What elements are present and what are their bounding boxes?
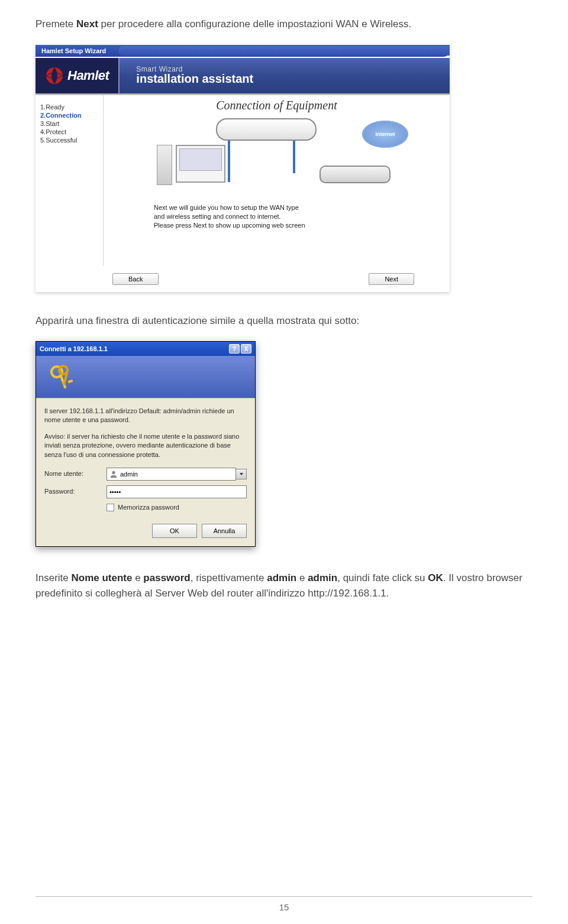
- router-icon: [216, 118, 317, 141]
- sidebar-step-2: 2.Connection: [40, 112, 98, 119]
- outro-bold: Nome utente: [71, 572, 132, 583]
- outro-text: , rispettivamente: [191, 572, 267, 583]
- cloud-label: Internet: [375, 131, 395, 137]
- username-combo[interactable]: [106, 468, 236, 481]
- wizard-instruction-line: and wireless setting and connect to inte…: [154, 212, 438, 221]
- wizard-sidebar: 1.Ready 2.Connection 3.Start 4.Protect 5…: [36, 95, 104, 266]
- wizard-logo-text: Hamlet: [67, 68, 109, 83]
- username-input[interactable]: [120, 471, 233, 478]
- cable-icon: [228, 180, 230, 182]
- wizard-header-banner: Hamlet Smart Wizard installation assista…: [36, 57, 450, 95]
- auth-banner: [36, 356, 255, 398]
- outro-bold: OK: [428, 572, 443, 583]
- globe-icon: [45, 66, 64, 85]
- mid-paragraph: Apparirà una finestra di autenticazione …: [36, 313, 532, 329]
- wizard-main-title: Connection of Equipment: [115, 99, 438, 112]
- password-label: Password:: [44, 487, 106, 496]
- intro-paragraph: Premete Next per procedere alla configur…: [36, 17, 532, 32]
- outro-text: e: [132, 572, 143, 583]
- monitor-icon: [176, 145, 225, 183]
- auth-warning-text: Avviso: il server ha richiesto che il no…: [44, 432, 247, 459]
- sidebar-step-3: 3.Start: [40, 120, 98, 127]
- password-input[interactable]: [109, 488, 244, 495]
- intro-post: per procedere alla configurazione delle …: [98, 18, 411, 30]
- ok-button[interactable]: OK: [152, 524, 197, 538]
- wizard-window-title: Hamlet Setup Wizard: [41, 47, 106, 54]
- intro-pre: Premete: [36, 18, 76, 30]
- password-field-wrap[interactable]: [106, 485, 247, 498]
- footer-divider: [36, 896, 532, 897]
- wizard-header-big: installation assistant: [136, 72, 253, 86]
- outro-paragraph: Inserite Nome utente e password, rispett…: [36, 570, 532, 601]
- username-label: Nome utente:: [44, 469, 106, 478]
- help-button[interactable]: ?: [229, 344, 240, 354]
- user-icon: [109, 470, 118, 478]
- internet-cloud-icon: Internet: [362, 121, 408, 148]
- close-button[interactable]: X: [241, 344, 251, 354]
- wizard-titlebar: Hamlet Setup Wizard: [36, 45, 450, 57]
- wizard-header-text: Smart Wizard installation assistant: [136, 65, 253, 86]
- wizard-window: Hamlet Setup Wizard Hamlet Smart Wizard …: [36, 45, 450, 292]
- wizard-main: Connection of Equipment Internet Next we…: [104, 95, 450, 266]
- cable-icon: [228, 141, 230, 182]
- outro-text: e: [296, 572, 308, 583]
- outro-text: Inserite: [36, 572, 71, 583]
- outro-bold: admin: [308, 572, 337, 583]
- cancel-button[interactable]: Annulla: [202, 524, 247, 538]
- cable-icon: [293, 141, 295, 173]
- username-dropdown-button[interactable]: [236, 469, 247, 479]
- chevron-down-icon: [239, 472, 244, 476]
- auth-body: Il server 192.168.1.1 all'indirizzo Defa…: [36, 398, 255, 518]
- auth-button-bar: OK Annulla: [36, 518, 255, 546]
- wizard-instruction-line: Next we will guide you how to setup the …: [154, 203, 438, 212]
- auth-server-info: Il server 192.168.1.1 all'indirizzo Defa…: [44, 407, 247, 425]
- svg-point-6: [112, 471, 115, 474]
- remember-label: Memorizza password: [118, 503, 179, 512]
- remember-checkbox[interactable]: [106, 504, 114, 511]
- wizard-instruction-line: Please press Next to show up upcoming we…: [154, 221, 438, 230]
- auth-dialog: Connetti a 192.168.1.1 ? X Il server 192…: [36, 341, 256, 547]
- sidebar-step-1: 1.Ready: [40, 103, 98, 111]
- intro-bold-next: Next: [76, 18, 98, 30]
- auth-dialog-title: Connetti a 192.168.1.1: [40, 345, 108, 352]
- auth-titlebar: Connetti a 192.168.1.1 ? X: [36, 342, 255, 356]
- keys-icon: [48, 363, 78, 393]
- wizard-instruction: Next we will guide you how to setup the …: [154, 203, 438, 231]
- back-button[interactable]: Back: [112, 273, 159, 285]
- sidebar-step-4: 4.Protect: [40, 128, 98, 135]
- svg-rect-3: [68, 380, 73, 383]
- outro-text: , quindi fate click su: [337, 572, 428, 583]
- page-number: 15: [0, 902, 568, 912]
- outro-bold: password: [143, 572, 190, 583]
- wizard-logo: Hamlet: [36, 58, 120, 93]
- pc-tower-icon: [157, 145, 172, 185]
- sidebar-step-5: 5.Successful: [40, 137, 98, 144]
- modem-icon: [320, 166, 390, 183]
- next-button[interactable]: Next: [369, 273, 414, 285]
- outro-bold: admin: [267, 572, 296, 583]
- wizard-button-bar: Back Next: [36, 266, 450, 292]
- connection-diagram: Internet: [139, 118, 414, 195]
